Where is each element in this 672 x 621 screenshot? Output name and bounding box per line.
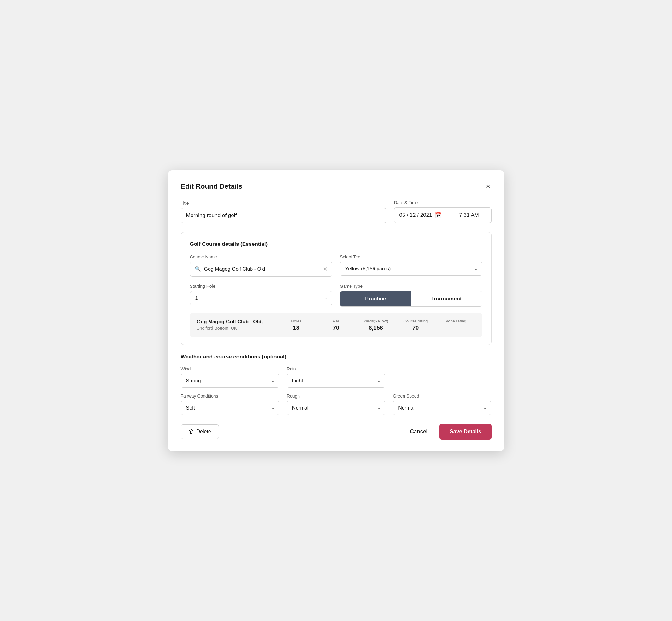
rough-label: Rough: [287, 394, 385, 399]
cancel-button[interactable]: Cancel: [407, 425, 431, 439]
holes-label: Holes: [277, 319, 316, 323]
rain-label: Rain: [287, 366, 385, 371]
footer-right: Cancel Save Details: [407, 424, 492, 440]
calendar-icon[interactable]: 📅: [435, 212, 442, 219]
practice-button[interactable]: Practice: [340, 291, 411, 306]
wind-select-wrap: None Light Moderate Strong ⌄: [181, 374, 279, 388]
course-info-row: Gog Magog Golf Club - Old, Shelford Bott…: [190, 313, 482, 337]
golf-section-title: Golf Course details (Essential): [190, 241, 482, 247]
fairway-label: Fairway Conditions: [181, 394, 279, 399]
wind-dropdown[interactable]: None Light Moderate Strong: [181, 374, 279, 388]
green-speed-select-wrap: Slow Normal Fast ⌄: [393, 401, 491, 415]
stat-slope-rating: Slope rating -: [435, 319, 475, 331]
course-rating-label: Course rating: [395, 319, 435, 323]
clear-course-icon[interactable]: ✕: [323, 266, 328, 273]
stat-yards: Yards(Yellow) 6,156: [356, 319, 395, 331]
time-value: 7:31 AM: [459, 212, 478, 218]
par-value: 70: [316, 325, 356, 331]
stat-holes: Holes 18: [277, 319, 316, 331]
fairway-group: Fairway Conditions Soft Normal Hard ⌄: [181, 394, 279, 415]
select-tee-wrap: Yellow (6,156 yards) White Red Blue ⌄: [340, 261, 482, 276]
starting-hole-label: Starting Hole: [190, 284, 333, 289]
fairway-rough-green-row: Fairway Conditions Soft Normal Hard ⌄ Ro…: [181, 394, 492, 415]
wind-rain-row: Wind None Light Moderate Strong ⌄ Rain N…: [181, 366, 492, 388]
yards-value: 6,156: [356, 325, 395, 331]
game-type-label: Game Type: [340, 284, 482, 289]
game-type-toggle: Practice Tournament: [340, 291, 482, 307]
green-speed-label: Green Speed: [393, 394, 491, 399]
course-rating-value: 70: [395, 325, 435, 331]
fairway-dropdown[interactable]: Soft Normal Hard: [181, 401, 279, 415]
close-button[interactable]: ×: [485, 182, 492, 191]
datetime-field-group: Date & Time 05 / 12 / 2021 📅 7:31 AM: [394, 200, 492, 223]
title-input[interactable]: [181, 208, 386, 223]
date-time-group: 05 / 12 / 2021 📅 7:31 AM: [394, 207, 492, 223]
delete-label: Delete: [197, 429, 211, 434]
tournament-button[interactable]: Tournament: [411, 291, 482, 306]
slope-rating-value: -: [435, 325, 475, 331]
footer-row: 🗑 Delete Cancel Save Details: [181, 424, 492, 440]
hole-gametype-row: Starting Hole 1 10 ⌄ Game Type Practice …: [190, 284, 482, 307]
date-value: 05 / 12 / 2021: [400, 212, 432, 218]
starting-hole-wrap: 1 10 ⌄: [190, 291, 333, 305]
rain-group: Rain None Light Moderate Heavy ⌄: [287, 366, 385, 388]
rain-select-wrap: None Light Moderate Heavy ⌄: [287, 374, 385, 388]
modal-title: Edit Round Details: [181, 182, 243, 191]
title-field-group: Title: [181, 201, 386, 223]
course-info-location: Shelford Bottom, UK: [197, 326, 277, 331]
trash-icon: 🗑: [189, 429, 194, 434]
date-part[interactable]: 05 / 12 / 2021 📅: [394, 208, 447, 223]
weather-section: Weather and course conditions (optional)…: [181, 354, 492, 415]
select-tee-label: Select Tee: [340, 254, 482, 259]
holes-value: 18: [277, 325, 316, 331]
stat-par: Par 70: [316, 319, 356, 331]
green-speed-group: Green Speed Slow Normal Fast ⌄: [393, 394, 491, 415]
wind-group: Wind None Light Moderate Strong ⌄: [181, 366, 279, 388]
starting-hole-dropdown[interactable]: 1 10: [190, 291, 333, 305]
par-label: Par: [316, 319, 356, 323]
wind-label: Wind: [181, 366, 279, 371]
course-tee-row: Course Name 🔍 Gog Magog Golf Club - Old …: [190, 254, 482, 277]
green-speed-dropdown[interactable]: Slow Normal Fast: [393, 401, 491, 415]
course-name-label: Course Name: [190, 254, 333, 259]
starting-hole-group: Starting Hole 1 10 ⌄: [190, 284, 333, 307]
time-part[interactable]: 7:31 AM: [447, 208, 491, 223]
golf-course-section: Golf Course details (Essential) Course N…: [181, 232, 492, 345]
delete-button[interactable]: 🗑 Delete: [181, 424, 219, 439]
select-tee-group: Select Tee Yellow (6,156 yards) White Re…: [340, 254, 482, 277]
slope-rating-label: Slope rating: [435, 319, 475, 323]
top-fields: Title Date & Time 05 / 12 / 2021 📅 7:31 …: [181, 200, 492, 223]
course-info-name-group: Gog Magog Golf Club - Old, Shelford Bott…: [197, 319, 277, 331]
rain-dropdown[interactable]: None Light Moderate Heavy: [287, 374, 385, 388]
datetime-label: Date & Time: [394, 200, 492, 205]
stat-course-rating: Course rating 70: [395, 319, 435, 331]
edit-round-modal: Edit Round Details × Title Date & Time 0…: [168, 170, 504, 451]
course-info-name: Gog Magog Golf Club - Old,: [197, 319, 277, 325]
save-button[interactable]: Save Details: [439, 424, 491, 440]
game-type-group: Game Type Practice Tournament: [340, 284, 482, 307]
course-name-value: Gog Magog Golf Club - Old: [204, 266, 320, 272]
rough-select-wrap: Short Normal Long ⌄: [287, 401, 385, 415]
fairway-select-wrap: Soft Normal Hard ⌄: [181, 401, 279, 415]
search-icon: 🔍: [195, 266, 201, 272]
course-name-group: Course Name 🔍 Gog Magog Golf Club - Old …: [190, 254, 333, 277]
weather-title: Weather and course conditions (optional): [181, 354, 492, 360]
yards-label: Yards(Yellow): [356, 319, 395, 323]
course-name-input-wrap[interactable]: 🔍 Gog Magog Golf Club - Old ✕: [190, 261, 333, 277]
title-label: Title: [181, 201, 386, 206]
rough-dropdown[interactable]: Short Normal Long: [287, 401, 385, 415]
select-tee-dropdown[interactable]: Yellow (6,156 yards) White Red Blue: [340, 261, 482, 276]
rough-group: Rough Short Normal Long ⌄: [287, 394, 385, 415]
modal-header: Edit Round Details ×: [181, 182, 492, 191]
